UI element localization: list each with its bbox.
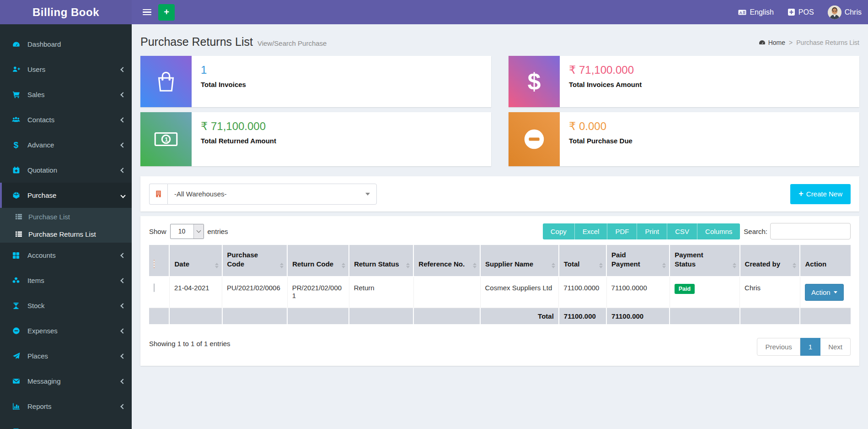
sidebar-item-sales[interactable]: Sales — [0, 82, 132, 107]
sort-icon — [342, 263, 345, 268]
chevron-left-icon — [120, 92, 125, 97]
column-header-paid-payment[interactable]: Paid Payment — [606, 245, 670, 277]
cell-date: 21-04-2021 — [169, 277, 222, 308]
sidebar-item-dashboard[interactable]: Dashboard — [0, 32, 132, 57]
list-icon — [14, 213, 24, 220]
quick-add-button[interactable]: + — [158, 4, 175, 21]
sidebar-item-label: Stock — [27, 302, 45, 310]
column-header-total[interactable]: Total — [559, 245, 606, 277]
sidebar-item-purchase-returns-list[interactable]: Purchase Returns List — [0, 225, 132, 243]
sort-icon — [599, 263, 603, 268]
sidebar-item-label: Sales — [27, 91, 45, 98]
sidebar-item-purchase[interactable]: Purchase — [0, 183, 132, 208]
footer-paid-value: 71100.000 — [606, 308, 670, 324]
gauge-icon — [10, 40, 22, 48]
content-area: Purchase Returns List View/Search Purcha… — [132, 24, 868, 429]
sidebar-item-warehouse[interactable]: Warehouse — [0, 419, 132, 429]
stat-label: Total Purchase Due — [569, 137, 632, 145]
table-header-row: Date Purchase Code Return Code Return St… — [149, 245, 851, 277]
svg-text:A: A — [739, 10, 743, 15]
show-label: Show — [149, 228, 166, 235]
search-label: Search: — [744, 228, 767, 235]
create-new-button[interactable]: + Create New — [790, 184, 851, 204]
print-button[interactable]: Print — [637, 223, 667, 239]
breadcrumb-home-link[interactable]: Home — [759, 39, 785, 46]
pos-button[interactable]: POS — [788, 8, 814, 16]
sidebar-item-purchase-list[interactable]: Purchase List — [0, 208, 132, 225]
previous-page-button[interactable]: Previous — [757, 338, 800, 356]
footer-total-value: 71100.000 — [559, 308, 606, 324]
chevron-left-icon — [120, 142, 125, 147]
chevron-down-icon — [120, 193, 125, 198]
excel-button[interactable]: Excel — [575, 223, 608, 239]
pdf-button[interactable]: PDF — [607, 223, 637, 239]
sidebar-item-places[interactable]: Places — [0, 343, 132, 369]
sidebar-item-contacts[interactable]: Contacts — [0, 107, 132, 132]
page-number-button[interactable]: 1 — [800, 338, 820, 356]
sidebar-item-label: Advance — [27, 141, 54, 149]
purchase-returns-table: Date Purchase Code Return Code Return St… — [149, 245, 851, 324]
navbar: + A English POS Chris — [132, 0, 868, 24]
column-header-date[interactable]: Date — [169, 245, 222, 277]
language-menu[interactable]: A English — [738, 8, 773, 16]
pagination: Previous 1 Next — [757, 338, 851, 356]
select-all-checkbox[interactable] — [154, 260, 155, 268]
sidebar-item-stock[interactable]: Stock — [0, 293, 132, 318]
sidebar-item-quotation[interactable]: Quotation — [0, 157, 132, 183]
money-bill-icon: 1 — [140, 112, 192, 166]
app-logo[interactable]: Billing Book — [0, 0, 132, 24]
chevron-left-icon — [120, 67, 125, 72]
row-checkbox[interactable] — [154, 283, 155, 292]
language-label: English — [750, 8, 773, 16]
sidebar-toggle-icon[interactable] — [138, 0, 156, 24]
sidebar-item-messaging[interactable]: Messaging — [0, 369, 132, 394]
column-header-payment-status[interactable]: Payment Status — [670, 245, 739, 277]
sidebar-item-expenses[interactable]: Expenses — [0, 318, 132, 343]
warehouse-select[interactable]: -All Warehouses- — [167, 184, 377, 205]
paper-plane-icon — [10, 352, 22, 360]
page-length-select[interactable]: 10 — [170, 224, 204, 239]
copy-button[interactable]: Copy — [543, 223, 575, 239]
column-header-return-code[interactable]: Return Code — [287, 245, 349, 277]
table-footer-row: Total 71100.000 71100.000 — [149, 308, 851, 324]
column-header-supplier-name[interactable]: Supplier Name — [480, 245, 559, 277]
sort-icon — [406, 263, 410, 268]
entries-label: entries — [208, 228, 228, 235]
sidebar-item-items[interactable]: Items — [0, 268, 132, 293]
breadcrumb-current: Purchase Returns List — [796, 39, 859, 46]
stat-card-total-purchase-due: ₹ 0.000 Total Purchase Due — [509, 112, 859, 166]
column-header-reference-no[interactable]: Reference No. — [413, 245, 480, 277]
sidebar-item-users[interactable]: Users — [0, 57, 132, 82]
sort-icon — [215, 263, 219, 268]
sidebar-item-label: Dashboard — [27, 40, 61, 48]
sidebar-item-reports[interactable]: Reports — [0, 394, 132, 419]
sidebar-item-advance[interactable]: $ Advance — [0, 132, 132, 157]
sidebar-item-accounts[interactable]: Accounts — [0, 243, 132, 268]
footer-total-label: Total — [480, 308, 559, 324]
stat-value: ₹ 71,100.000 — [569, 64, 642, 76]
columns-button[interactable]: Columns — [697, 223, 740, 239]
users-icon — [10, 116, 22, 124]
stat-value: ₹ 71,100.000 — [201, 120, 276, 133]
sort-icon — [552, 263, 555, 268]
home-icon — [759, 39, 766, 46]
cell-return-code: PR/2021/02/0001 — [287, 277, 349, 308]
column-header-purchase-code[interactable]: Purchase Code — [222, 245, 288, 277]
breadcrumb: Home > Purchase Returns List — [759, 39, 859, 46]
plus-icon: + — [164, 7, 169, 17]
pos-label: POS — [798, 8, 814, 16]
column-header-return-status[interactable]: Return Status — [349, 245, 413, 277]
cell-total: 71100.0000 — [559, 277, 606, 308]
column-header-created-by[interactable]: Created by — [740, 245, 800, 277]
user-menu[interactable]: Chris — [828, 5, 862, 19]
filter-panel: -All Warehouses- + Create New — [140, 176, 859, 212]
avatar — [828, 5, 841, 19]
row-action-button[interactable]: Action — [805, 284, 844, 301]
select-all-header[interactable] — [149, 245, 169, 277]
sidebar-item-label: Quotation — [27, 166, 57, 174]
search-input[interactable] — [770, 223, 851, 239]
csv-button[interactable]: CSV — [667, 223, 697, 239]
next-page-button[interactable]: Next — [820, 338, 851, 356]
sidebar-item-label: Expenses — [27, 327, 58, 335]
list-icon — [14, 230, 24, 238]
